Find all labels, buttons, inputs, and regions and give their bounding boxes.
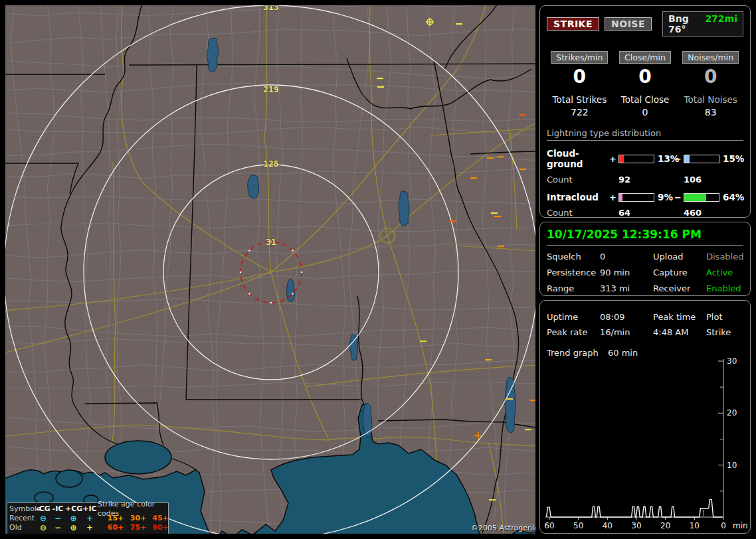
neg-cg-recent-icon: ⊖ (36, 514, 50, 523)
age-90: 90+ (149, 523, 171, 532)
neg-ic-bar (684, 193, 719, 202)
legend-recent-label: Recent (9, 514, 36, 523)
persistence-value: 90 min (600, 268, 653, 277)
ring-label-219: 219 (259, 84, 283, 94)
neg-ic-pct: 64% (719, 192, 744, 202)
intracloud-count-row: Count 64 460 (547, 208, 743, 218)
total-strikes-label: Total Strikes (553, 94, 607, 105)
neg-cg-pct: 15% (719, 153, 744, 164)
total-noises-label: Total Noises (684, 94, 737, 105)
cloud-ground-row: Cloud-ground + 13% − 15% (547, 148, 743, 169)
plot-mode-value: Strike (706, 327, 743, 338)
age-15: 15+ (104, 514, 127, 523)
receiver-label: Receiver (653, 283, 706, 293)
pos-cg-bar (618, 155, 654, 163)
pos-cg-recent-icon: ⊕ (65, 514, 82, 523)
bearing-label: Bng 76° (668, 13, 705, 35)
strikes-per-min-value: 0 (573, 66, 586, 88)
noise-mode-button[interactable]: NOISE (605, 17, 652, 31)
neg-cg-count: 106 (684, 175, 743, 185)
plot-label: Plot (706, 311, 743, 323)
bearing-distance: 272mi (705, 13, 737, 35)
total-close-value: 0 (642, 107, 648, 117)
status-row: Squelch 0 Upload Disabled (547, 252, 743, 262)
lightning-distribution: Lightning type distribution Cloud-ground… (547, 128, 743, 218)
ring-label-31: 31 (259, 237, 283, 247)
neg-cg-bar (684, 155, 719, 163)
age-60: 60+ (104, 523, 127, 532)
cloud-ground-count-row: Count 92 106 (547, 175, 743, 185)
legend-col-neg-cg: -CG (36, 504, 50, 514)
upload-label: Upload (653, 252, 706, 262)
legend-old-label: Old (9, 523, 36, 532)
ring-label-125: 125 (259, 159, 283, 169)
squelch-value: 0 (600, 252, 653, 262)
capture-status: Active (706, 268, 743, 277)
plus-sign: + (609, 193, 618, 202)
neg-ic-recent-icon: − (50, 514, 65, 523)
peak-rate-label: Peak rate (547, 327, 600, 338)
age-45: 45+ (149, 514, 171, 523)
close-column: Close/min 0 Total Close 0 (613, 51, 678, 117)
range-value: 313 mi (600, 283, 653, 293)
status-row: Persistence 90 min Capture Active (547, 268, 743, 277)
noises-column: Noises/min 0 Total Noises 83 (678, 51, 743, 117)
count-label: Count (547, 175, 609, 185)
svg-text:60: 60 (544, 521, 554, 530)
age-75: 75+ (127, 523, 149, 532)
datetime-display: 10/17/2025 12:39:16 PM (547, 226, 743, 246)
pos-cg-pct: 13% (654, 153, 674, 164)
minus-sign: − (674, 193, 684, 202)
total-noises-value: 83 (705, 107, 717, 117)
legend-col-pos-ic: +IC (82, 504, 98, 514)
peak-time-value: 4:48 AM (653, 327, 706, 338)
strike-mode-button[interactable]: STRIKE (547, 17, 599, 31)
trend-graph-label: Trend graph (547, 347, 608, 358)
count-label: Count (547, 208, 609, 218)
status-row: Range 313 mi Receiver Enabled (547, 283, 743, 293)
pos-ic-recent-icon: + (82, 514, 98, 523)
capture-label: Capture (653, 268, 706, 277)
upload-status: Disabled (706, 252, 743, 262)
status-panel: 10/17/2025 12:39:16 PM Squelch 0 Upload … (539, 222, 751, 296)
minus-sign: − (674, 154, 684, 164)
svg-text:10: 10 (727, 461, 737, 470)
legend-col-pos-cg: +CG (65, 504, 82, 514)
ring-label-313: 313 (259, 5, 283, 12)
session-row: Peak rate 16/min 4:48 AM Strike (547, 327, 743, 338)
trend-window-value: 60 min (608, 347, 743, 358)
noises-per-min-value: 0 (704, 66, 717, 88)
strike-stats-panel: STRIKE NOISE Bng 76° 272mi Strikes/min 0… (539, 5, 751, 218)
pos-cg-old-icon: ⊕ (65, 523, 82, 532)
pos-ic-old-icon: + (82, 523, 98, 532)
trend-graph-row: Trend graph 60 min (547, 347, 743, 358)
age-30: 30+ (127, 514, 149, 523)
range-label: Range (547, 283, 600, 293)
plus-sign: + (609, 154, 618, 164)
neg-ic-count: 460 (684, 208, 743, 218)
distribution-title: Lightning type distribution (547, 128, 743, 141)
legend-symbols-header: Symbols (9, 504, 36, 514)
strikes-column: Strikes/min 0 Total Strikes 722 (547, 51, 613, 117)
receiver-status: Enabled (706, 283, 743, 293)
pos-ic-pct: 9% (654, 192, 674, 202)
uptime-label: Uptime (547, 311, 600, 323)
intracloud-row: Intracloud + 9% − 64% (547, 192, 743, 202)
svg-text:min: min (733, 521, 748, 530)
total-close-label: Total Close (621, 94, 670, 105)
persistence-label: Persistence (547, 268, 600, 277)
svg-text:0: 0 (721, 521, 726, 530)
session-row: Uptime 08:09 Peak time Plot (547, 311, 743, 323)
svg-text:40: 40 (603, 521, 613, 530)
pos-cg-count: 92 (618, 175, 674, 185)
nexstorm-app: 313 219 125 31 Symbols -CG -IC +CG +IC S… (0, 0, 756, 539)
noises-per-min-chip: Noises/min (682, 51, 739, 64)
svg-text:20: 20 (660, 521, 670, 530)
pos-ic-bar (618, 193, 654, 202)
lightning-map[interactable]: 313 219 125 31 Symbols -CG -IC +CG +IC S… (5, 5, 535, 534)
svg-text:50: 50 (573, 521, 583, 530)
svg-text:30: 30 (631, 521, 641, 530)
intracloud-label: Intracloud (547, 192, 609, 202)
peak-rate-value: 16/min (600, 327, 653, 338)
neg-cg-old-icon: ⊖ (36, 523, 50, 532)
